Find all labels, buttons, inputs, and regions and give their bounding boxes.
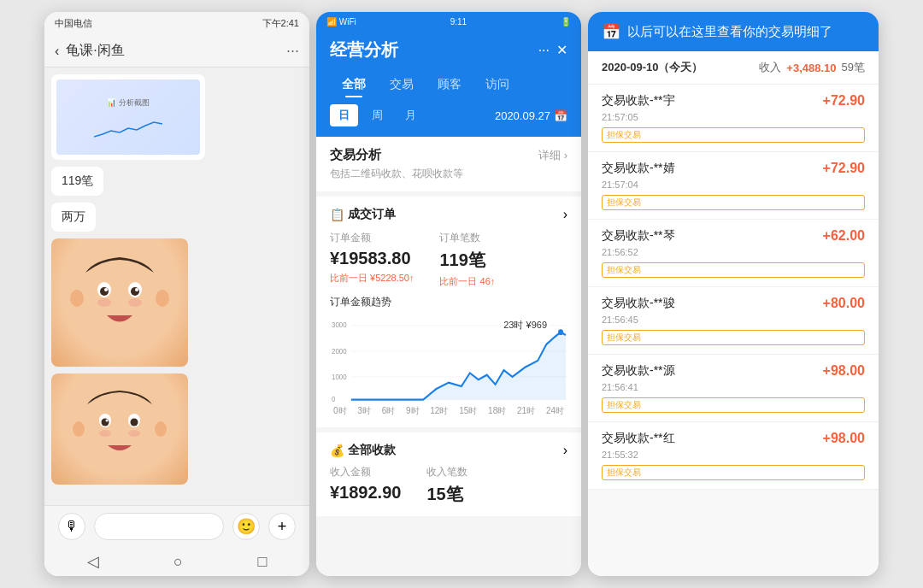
tooltip-bar: 📅 以后可以在这里查看你的交易明细了 <box>588 12 879 51</box>
svg-point-16 <box>106 420 109 422</box>
day-button[interactable]: 日 <box>330 104 358 126</box>
transaction-row-6: 交易收款-**红 +98.00 21:55:32 担保交易 <box>588 422 879 490</box>
plus-button[interactable]: + <box>268 513 296 540</box>
home-indicator: ◁ ○ □ <box>44 547 309 576</box>
income-amount-stat: 收入金额 ¥1892.90 <box>330 465 401 506</box>
date-today: 2020-09-10（今天） <box>602 61 703 74</box>
tooltip-text: 以后可以在这里查看你的交易明细了 <box>627 24 832 40</box>
phone2-header: 经营分析 ··· ✕ <box>316 32 581 72</box>
svg-point-3 <box>100 287 109 296</box>
svg-point-11 <box>79 386 161 472</box>
txn-row1-5: 交易收款-**源 +98.00 <box>602 363 865 379</box>
svg-point-8 <box>128 298 142 307</box>
tab-all[interactable]: 全部 <box>330 72 378 97</box>
recents-button[interactable]: □ <box>257 553 267 571</box>
txn-tag-3: 担保交易 <box>602 262 865 278</box>
txn-tag-1: 担保交易 <box>602 127 865 143</box>
chart-x-axis: 0时 3时 6时 9时 12时 15时 18时 21时 24时 <box>330 405 567 417</box>
income-count-label: 收入笔数 <box>426 465 467 479</box>
txn-name-4: 交易收款-**骏 <box>602 296 675 311</box>
txn-time-6: 21:55:32 <box>602 450 865 460</box>
baby-photo-1 <box>51 238 188 367</box>
income-count-value: 15笔 <box>426 483 467 506</box>
back-icon[interactable]: ‹ <box>55 44 59 59</box>
back-button[interactable]: ◁ <box>87 552 99 571</box>
calendar-icon: 📅 <box>554 109 567 122</box>
svg-point-6 <box>135 288 138 291</box>
phone1-nav-bar: ‹ 龟课·闲鱼 ··· <box>44 35 309 68</box>
date-value[interactable]: 2020.09.27 📅 <box>495 109 567 122</box>
income-count-stat: 收入笔数 15笔 <box>426 465 467 506</box>
svg-point-14 <box>102 419 109 426</box>
order-stats: 订单金额 ¥19583.80 比前一日 ¥5228.50↑ 订单笔数 119笔 … <box>330 231 567 288</box>
revenue-icon: 💰 <box>330 444 344 457</box>
chart-title: 订单金额趋势 <box>330 295 567 309</box>
svg-point-9 <box>70 290 84 307</box>
transaction-row-4: 交易收款-**骏 +80.00 21:56:45 担保交易 <box>588 287 879 355</box>
phone2-signal: 📶 WiFi <box>326 17 356 26</box>
txn-tag-5: 担保交易 <box>602 397 865 413</box>
txn-time-1: 21:57:05 <box>602 112 865 122</box>
revenue-header: 💰 全部收款 › <box>330 443 567 458</box>
txn-amount-3: +62.00 <box>823 228 865 244</box>
header-actions: ··· ✕ <box>538 42 567 58</box>
analysis-subtitle: 包括二维码收款、花呗收款等 <box>330 167 567 181</box>
phone3: 📅 以后可以在这里查看你的交易明细了 2020-09-10（今天） 收入 +3,… <box>588 12 879 576</box>
tooltip-icon: 📅 <box>602 22 620 41</box>
transaction-row-5: 交易收款-**源 +98.00 21:56:41 担保交易 <box>588 355 879 422</box>
baby-photo-2 <box>51 373 188 485</box>
order-count-label: 订单笔数 <box>439 231 495 245</box>
more-icon[interactable]: ··· <box>286 42 299 60</box>
income-value: +3,488.10 <box>786 62 836 74</box>
phone2-tabs: 全部 交易 顾客 访问 <box>316 72 581 97</box>
chart-tooltip: 23时 ¥969 <box>500 318 550 332</box>
txn-time-3: 21:56:52 <box>602 247 865 257</box>
txn-amount-4: +80.00 <box>823 296 865 311</box>
txn-row1-2: 交易收款-**婧 +72.90 <box>602 161 865 176</box>
txn-name-5: 交易收款-**源 <box>602 363 675 379</box>
svg-point-15 <box>131 419 138 426</box>
baby-face-1 <box>51 238 188 367</box>
carrier-text: 中国电信 <box>55 17 92 30</box>
txn-name-3: 交易收款-**琴 <box>602 228 675 244</box>
svg-point-0 <box>77 251 162 345</box>
tab-trade[interactable]: 交易 <box>378 72 426 97</box>
mic-button[interactable]: 🎙 <box>58 513 85 540</box>
txn-time-2: 21:57:04 <box>602 179 865 190</box>
income-summary: 收入 +3,488.10 59笔 <box>759 60 865 75</box>
txn-amount-2: +72.90 <box>823 161 865 176</box>
phone2-date-bar: 日 周 月 2020.09.27 📅 <box>316 97 581 137</box>
svg-point-4 <box>131 287 139 296</box>
chat-image-bubble: 📊 分析截图 <box>51 74 205 160</box>
emoji-button[interactable]: 🙂 <box>232 513 260 540</box>
svg-point-30 <box>558 329 563 335</box>
order-amount-label: 订单金额 <box>330 231 414 245</box>
transaction-row-2: 交易收款-**婧 +72.90 21:57:04 担保交易 <box>588 152 879 220</box>
header-close-icon[interactable]: ✕ <box>556 42 567 58</box>
txn-amount-6: +98.00 <box>823 431 865 446</box>
tab-visit[interactable]: 访问 <box>473 72 521 97</box>
phone1: 中国电信 下午2:41 ‹ 龟课·闲鱼 ··· 📊 分析截图 119笔 两万 <box>44 12 309 576</box>
revenue-arrow[interactable]: › <box>563 443 567 458</box>
phone2-time: 9:11 <box>450 17 467 26</box>
analysis-header: 交易分析 详细 › <box>330 147 567 163</box>
transaction-row-1: 交易收款-**宇 +72.90 21:57:05 担保交易 <box>588 85 879 152</box>
chat-text-119: 119笔 <box>51 167 103 196</box>
month-button[interactable]: 月 <box>397 104 425 126</box>
income-amount-label: 收入金额 <box>330 465 401 479</box>
svg-point-19 <box>73 421 85 437</box>
week-button[interactable]: 周 <box>363 104 391 126</box>
tab-customer[interactable]: 顾客 <box>426 72 473 97</box>
message-input[interactable] <box>94 513 224 540</box>
order-count-stat: 订单笔数 119笔 比前一日 46↑ <box>439 231 495 288</box>
svg-point-5 <box>104 288 108 291</box>
order-arrow[interactable]: › <box>563 207 567 222</box>
phone1-bottom-bar: 🎙 🙂 + <box>44 505 309 547</box>
phone2-status-bar: 📶 WiFi 9:11 🔋 <box>316 12 581 32</box>
svg-point-18 <box>128 430 140 437</box>
detail-link[interactable]: 详细 › <box>538 148 567 163</box>
order-chart: 23时 ¥969 3000 2000 1000 0 <box>330 318 567 403</box>
home-button[interactable]: ○ <box>173 553 183 571</box>
svg-point-17 <box>99 430 111 437</box>
header-more-icon[interactable]: ··· <box>538 43 550 58</box>
